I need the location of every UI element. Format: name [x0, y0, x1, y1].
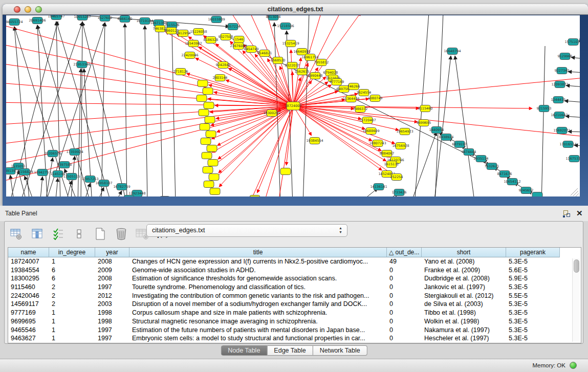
citation-edge[interactable] [564, 101, 580, 102]
graph-node[interactable]: 16756928 [392, 143, 409, 149]
graph-node[interactable]: 14136141 [370, 184, 387, 190]
table-cell[interactable]: Tibbo et al. (1998) [422, 309, 506, 317]
graph-node[interactable]: 8990448 [308, 73, 323, 79]
graph-node[interactable]: 10688609 [362, 128, 379, 135]
graph-node[interactable]: 6466160 [118, 16, 133, 23]
table-cell[interactable]: 0 [387, 317, 422, 326]
column-header-name[interactable]: name [8, 248, 49, 257]
graph-node[interactable] [199, 110, 209, 116]
citation-edge[interactable] [172, 30, 176, 196]
graph-node[interactable] [202, 152, 212, 159]
graph-node[interactable]: 8454749 [244, 46, 259, 53]
table-cell[interactable]: 2008 [95, 274, 129, 283]
graph-node[interactable]: 9884067 [380, 150, 395, 157]
table-cell[interactable]: Dudbridge et al. (2008) [422, 274, 506, 283]
graph-node[interactable]: 7632621 [485, 163, 499, 170]
citation-edge[interactable] [145, 26, 147, 196]
hub-citation-edge[interactable] [6, 62, 293, 106]
table-cell[interactable]: 1 [49, 326, 95, 335]
table-cell[interactable]: 1 [49, 309, 95, 317]
graph-node[interactable]: 9146821 [257, 50, 272, 57]
table-select-dropdown[interactable]: citations_edges.txt ▲▼ [146, 224, 347, 237]
table-vertical-scrollbar[interactable] [572, 258, 580, 342]
table-cell[interactable]: Genome-wide association studies in ADHD. [129, 266, 387, 275]
graph-node[interactable]: 2935114 [474, 156, 489, 162]
citation-edge[interactable] [435, 15, 443, 196]
graph-node[interactable]: 9777169 [330, 79, 344, 85]
graph-node[interactable]: 1080749 [368, 95, 383, 102]
table-cell[interactable]: 9777169 [8, 309, 49, 317]
graph-node[interactable]: 20691406 [29, 17, 46, 24]
table-cell[interactable]: 2 [49, 300, 95, 309]
table-cell[interactable]: 14569117 [8, 300, 49, 309]
hub-citation-edge[interactable] [280, 66, 293, 106]
table-cell[interactable]: 22420046 [8, 292, 49, 300]
table-cell[interactable]: 18300295 [8, 274, 49, 283]
citation-edge[interactable] [45, 23, 105, 196]
graph-node[interactable] [203, 88, 213, 95]
table-cell[interactable]: Jankovic et al. (1997) [422, 283, 506, 292]
table-cell[interactable]: Estimation of significance thresholds fo… [129, 274, 387, 283]
network-window-titlebar[interactable]: citations_edges.txt [3, 4, 588, 15]
graph-node[interactable]: 15325419 [282, 40, 299, 47]
graph-node[interactable]: 1568520 [271, 57, 286, 64]
close-panel-icon[interactable]: ✕ [576, 209, 583, 218]
citation-edge[interactable] [55, 178, 58, 196]
table-cell[interactable]: Yano et al. (2008) [422, 257, 506, 266]
table-cell[interactable]: 5.3E-5 [506, 283, 560, 292]
resize-handle-icon[interactable] [573, 191, 578, 196]
graph-node[interactable]: 7986372 [353, 106, 368, 113]
graph-node[interactable]: 16958107 [95, 180, 112, 187]
graph-node[interactable] [532, 192, 542, 197]
graph-node[interactable] [197, 95, 207, 102]
graph-node[interactable] [200, 124, 210, 130]
graph-node[interactable]: 8186328 [204, 37, 219, 43]
graph-node[interactable] [206, 131, 216, 138]
table-row[interactable]: 977716911998Corpus callosum shape and si… [8, 309, 581, 317]
table-cell[interactable]: Franke et al. (2009) [422, 266, 506, 275]
table-cell[interactable]: 1997 [95, 326, 129, 335]
table-cell[interactable]: Structural magnetic resonance image aver… [129, 317, 387, 326]
graph-node[interactable]: 8471676 [497, 171, 512, 178]
graph-node[interactable]: 8813054 [266, 15, 281, 20]
graph-node[interactable] [208, 160, 218, 166]
table-cell[interactable]: 6 [49, 274, 95, 283]
graph-node[interactable]: 9227343 [555, 68, 570, 74]
graph-node[interactable]: 16210643 [551, 112, 568, 119]
table-cell[interactable]: Estimation of the future numbers of pati… [129, 326, 387, 335]
table-cell[interactable]: 5.9E-5 [506, 274, 560, 283]
table-cell[interactable]: 0 [387, 309, 422, 317]
graph-node[interactable]: 9215953 [537, 105, 552, 112]
graph-node[interactable]: 9397588 [57, 162, 72, 168]
citation-edge[interactable] [114, 191, 122, 196]
graph-node[interactable] [160, 196, 170, 197]
table-row[interactable]: 1456911722003Disruption of a novel membe… [8, 300, 581, 309]
graph-node[interactable]: 17359924 [66, 149, 83, 156]
graph-node[interactable]: 22420046 [181, 52, 198, 59]
graph-node[interactable] [124, 195, 134, 197]
citation-edge[interactable] [571, 57, 580, 59]
table-cell[interactable]: 5.3E-5 [506, 300, 560, 309]
table-cell[interactable]: Stergiakouli et al. (2012) [422, 292, 506, 300]
table-cell[interactable]: 1 [49, 257, 95, 266]
table-cell[interactable]: Corpus callosum shape and size in male p… [129, 309, 387, 317]
hub-citation-edge[interactable] [212, 106, 293, 152]
graph-node[interactable]: 11675339 [565, 156, 580, 162]
graph-node[interactable] [201, 138, 211, 145]
table-cell[interactable]: 2 [49, 292, 95, 300]
table-cell[interactable]: 0 [387, 274, 422, 283]
graph-node[interactable]: 19654923 [396, 128, 413, 135]
table-cell[interactable]: 2009 [95, 266, 129, 275]
table-cell[interactable]: 9465546 [8, 326, 49, 335]
hub-citation-edge[interactable] [6, 102, 293, 106]
graph-node[interactable]: 21953346 [73, 61, 90, 68]
citation-edge[interactable] [125, 24, 127, 196]
graph-node[interactable] [210, 188, 220, 195]
graph-node[interactable] [209, 174, 219, 181]
graph-node[interactable]: 16033809 [208, 16, 225, 23]
table-row[interactable]: 911546021997Tourette syndrome. Phenomeno… [8, 283, 581, 292]
table-cell[interactable]: 0 [387, 334, 422, 343]
graph-node[interactable]: 15751074 [564, 39, 580, 46]
graph-node[interactable]: 15720407 [359, 117, 376, 124]
table-cell[interactable]: Hescheler et al. (1997) [422, 334, 506, 343]
